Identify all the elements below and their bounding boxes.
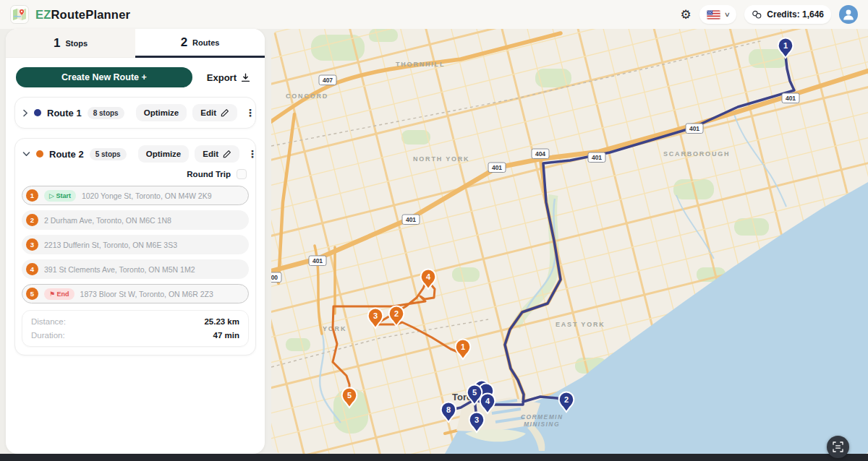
route1-stops-badge: 8 stops xyxy=(88,107,124,119)
stop-number-badge: 1 xyxy=(26,189,38,202)
tab-routes-count: 2 xyxy=(181,35,187,50)
round-trip-label: Round Trip xyxy=(187,170,231,178)
app-logo-map-icon xyxy=(10,5,29,24)
svg-text:401: 401 xyxy=(406,216,416,223)
credits-label: Credits: 1,646 xyxy=(767,9,824,20)
svg-text:401: 401 xyxy=(689,125,699,132)
stop-address: 1020 Yonge St, Toronto, ON M4W 2K9 xyxy=(82,191,212,200)
route2-stops-badge: 5 stops xyxy=(90,148,127,160)
tab-routes[interactable]: 2 Routes xyxy=(135,29,265,58)
route2-edit-label: Edit xyxy=(203,150,218,158)
svg-text:401: 401 xyxy=(312,257,323,264)
us-flag-icon xyxy=(707,10,720,20)
start-badge: ▷ Start xyxy=(44,190,76,202)
svg-text:1: 1 xyxy=(461,342,465,351)
route-card-1: Route 1 8 stops Optimize Edit ⋮ xyxy=(14,97,256,129)
credits-pill[interactable]: Credits: 1,646 xyxy=(744,5,831,24)
download-icon xyxy=(241,73,250,82)
highway-shield-401: 401 xyxy=(402,215,420,225)
brand-ez: EZ xyxy=(35,8,51,21)
stop-address: 1873 Bloor St W, Toronto, ON M6R 2Z3 xyxy=(80,290,213,298)
round-trip-checkbox[interactable] xyxy=(237,169,247,179)
svg-text:3: 3 xyxy=(373,311,378,320)
map-fit-bounds-button[interactable] xyxy=(827,436,849,458)
highway-shield-404: 404 xyxy=(532,149,549,159)
svg-text:5: 5 xyxy=(472,388,477,397)
tab-routes-label: Routes xyxy=(192,38,219,47)
pencil-icon xyxy=(223,150,231,158)
route1-optimize-button[interactable]: Optimize xyxy=(136,104,187,121)
map-canvas[interactable]: CONCORDTHORNHILLNORTH YORKSCARBOROUGHEAS… xyxy=(271,29,868,454)
stop-address: 2213 Dufferin St, Toronto, ON M6E 3S3 xyxy=(44,241,177,249)
route-card-2: Route 2 5 stops Optimize Edit ⋮ Round Tr… xyxy=(14,138,256,356)
svg-text:4: 4 xyxy=(485,397,490,405)
map-area-label: SCARBOROUGH xyxy=(663,150,730,158)
highway-shield-407: 407 xyxy=(319,75,336,85)
stop-number-badge: 3 xyxy=(26,238,38,251)
user-avatar[interactable] xyxy=(839,5,858,24)
create-new-route-button[interactable]: Create New Route + xyxy=(16,67,192,87)
chevron-right-icon[interactable] xyxy=(22,109,28,117)
svg-text:2: 2 xyxy=(394,309,399,318)
route-summary-box: Distance: 25.23 km Duration: 47 min xyxy=(22,310,249,347)
svg-text:1: 1 xyxy=(783,41,788,50)
tab-bar: 1 Stops 2 Routes xyxy=(6,29,265,58)
svg-text:8: 8 xyxy=(446,405,451,414)
sidebar-panel: 1 Stops 2 Routes Create New Route + Expo… xyxy=(6,29,265,454)
stop-item-4[interactable]: 4391 St Clements Ave, Toronto, ON M5N 1M… xyxy=(22,259,249,279)
map-area-label: CONCORD xyxy=(286,92,328,100)
stop-number-badge: 2 xyxy=(26,214,38,226)
stop-item-1[interactable]: 1▷ Start1020 Yonge St, Toronto, ON M4W 2… xyxy=(22,186,249,205)
stops-list: 1▷ Start1020 Yonge St, Toronto, ON M4W 2… xyxy=(15,184,255,308)
chevron-down-icon[interactable] xyxy=(22,151,30,157)
duration-value: 47 min xyxy=(213,331,239,340)
tab-stops-label: Stops xyxy=(65,39,88,48)
highway-shield-401: 401 xyxy=(309,256,326,266)
svg-text:401: 401 xyxy=(786,95,796,102)
stop-number-badge: 5 xyxy=(26,288,38,300)
app-brand: EZRoutePlanner xyxy=(10,5,130,24)
svg-text:401: 401 xyxy=(492,164,502,171)
svg-text:2: 2 xyxy=(564,395,569,404)
route2-color-dot xyxy=(36,150,43,158)
settings-gear-icon[interactable]: ⚙ xyxy=(680,9,691,21)
brand-rest: RoutePlanner xyxy=(51,8,130,21)
route1-edit-label: Edit xyxy=(200,108,216,117)
svg-text:4: 4 xyxy=(426,272,431,281)
stop-number-badge: 4 xyxy=(26,263,38,275)
stop-address: 391 St Clements Ave, Toronto, ON M5N 1M2 xyxy=(44,265,195,274)
highway-shield-401: 401 xyxy=(588,152,605,163)
top-bar: EZRoutePlanner ⚙ ∨ xyxy=(0,0,868,29)
distance-value: 25.23 km xyxy=(204,317,239,326)
scan-lines-icon xyxy=(833,441,843,452)
map[interactable]: CONCORDTHORNHILLNORTH YORKSCARBOROUGHEAS… xyxy=(271,29,868,454)
highway-shield-401: 401 xyxy=(782,93,799,103)
tab-stops[interactable]: 1 Stops xyxy=(6,29,135,58)
chevron-down-icon: ∨ xyxy=(723,11,730,18)
route1-more-menu-icon[interactable]: ⋮ xyxy=(243,108,258,118)
svg-text:400: 400 xyxy=(271,274,278,281)
route1-color-dot xyxy=(34,109,41,116)
export-button[interactable]: Export xyxy=(203,72,255,84)
map-area-label: NORTH YORK xyxy=(413,155,469,163)
route2-optimize-button[interactable]: Optimize xyxy=(138,145,190,163)
route2-edit-button[interactable]: Edit xyxy=(195,145,239,163)
pencil-icon xyxy=(221,108,229,117)
svg-text:5: 5 xyxy=(347,391,352,400)
route1-edit-button[interactable]: Edit xyxy=(192,104,237,121)
map-water-label: CORMEMIN xyxy=(521,413,563,421)
language-selector[interactable]: ∨ xyxy=(699,5,737,24)
highway-shield-401: 401 xyxy=(686,124,703,134)
highway-shield-400: 400 xyxy=(271,272,281,283)
svg-text:407: 407 xyxy=(323,77,333,84)
map-water-label: MINISING xyxy=(524,421,560,428)
route2-more-menu-icon[interactable]: ⋮ xyxy=(245,149,260,159)
stop-address: 2 Durham Ave, Toronto, ON M6C 1N8 xyxy=(44,216,171,225)
svg-text:401: 401 xyxy=(592,154,602,161)
highway-shield-401: 401 xyxy=(488,163,506,173)
stop-item-5[interactable]: 5⚑ End1873 Bloor St W, Toronto, ON M6R 2… xyxy=(22,284,249,303)
person-icon xyxy=(839,5,858,24)
stop-item-2[interactable]: 22 Durham Ave, Toronto, ON M6C 1N8 xyxy=(22,210,249,230)
tab-stops-count: 1 xyxy=(54,36,60,51)
stop-item-3[interactable]: 32213 Dufferin St, Toronto, ON M6E 3S3 xyxy=(22,235,249,254)
